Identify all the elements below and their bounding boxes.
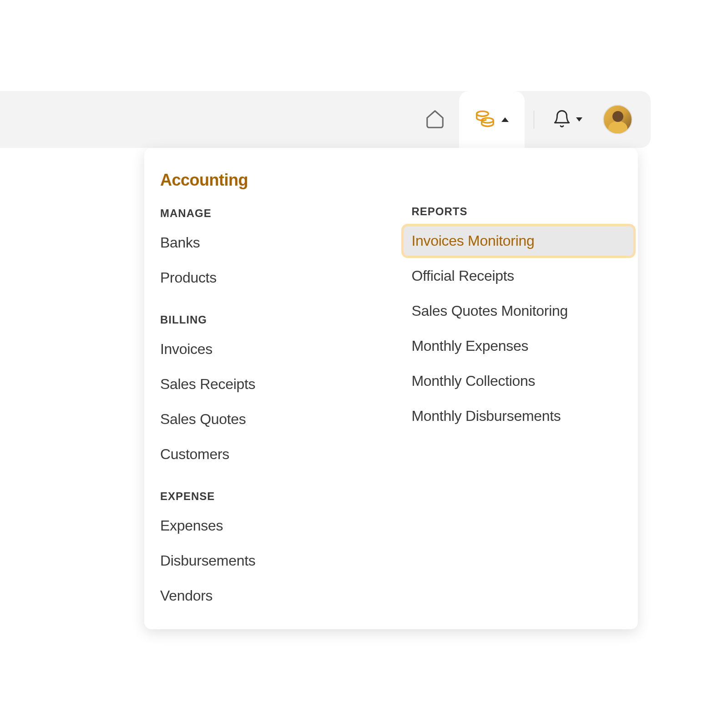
caret-down-icon (576, 117, 582, 121)
nav-notifications[interactable] (543, 91, 592, 148)
coins-icon (475, 109, 495, 131)
menu-link-invoices[interactable]: Invoices (160, 341, 371, 358)
svg-point-0 (477, 111, 489, 116)
dropdown-left-column: Accounting MANAGE Banks Products BILLING… (160, 171, 371, 604)
home-icon (425, 108, 445, 131)
menu-link-banks[interactable]: Banks (160, 234, 371, 251)
topbar (0, 91, 651, 148)
nav-accounting[interactable] (459, 91, 525, 148)
menu-link-invoices-monitoring[interactable]: Invoices Monitoring (401, 224, 636, 258)
menu-link-sales-quotes[interactable]: Sales Quotes (160, 411, 371, 428)
section-heading-billing: BILLING (160, 313, 371, 326)
menu-link-sales-quotes-monitoring[interactable]: Sales Quotes Monitoring (412, 303, 622, 319)
section-heading-manage: MANAGE (160, 207, 371, 220)
menu-link-products[interactable]: Products (160, 269, 371, 286)
menu-link-customers[interactable]: Customers (160, 446, 371, 463)
menu-link-official-receipts[interactable]: Official Receipts (412, 268, 622, 284)
nav-home[interactable] (411, 91, 459, 148)
section-heading-expense: EXPENSE (160, 490, 371, 503)
accounting-dropdown: Accounting MANAGE Banks Products BILLING… (144, 148, 638, 629)
menu-link-monthly-expenses[interactable]: Monthly Expenses (412, 338, 622, 354)
caret-up-icon (501, 117, 509, 122)
avatar[interactable] (603, 105, 632, 134)
menu-link-expenses[interactable]: Expenses (160, 517, 371, 534)
menu-link-monthly-collections[interactable]: Monthly Collections (412, 373, 622, 389)
menu-link-disbursements[interactable]: Disbursements (160, 552, 371, 569)
dropdown-title: Accounting (160, 171, 371, 190)
dropdown-right-column: REPORTS Invoices Monitoring Official Rec… (412, 171, 622, 604)
topbar-divider (534, 111, 534, 129)
menu-link-vendors[interactable]: Vendors (160, 587, 371, 604)
menu-link-monthly-disbursements[interactable]: Monthly Disbursements (412, 408, 622, 425)
section-heading-reports: REPORTS (412, 205, 622, 218)
bell-icon (552, 109, 571, 130)
menu-link-sales-receipts[interactable]: Sales Receipts (160, 376, 371, 393)
